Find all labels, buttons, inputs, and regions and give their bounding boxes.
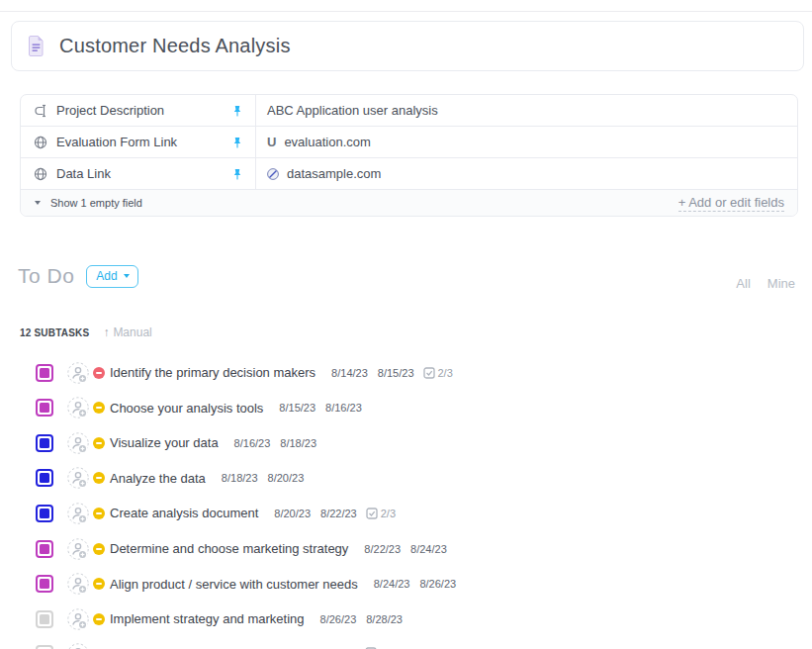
status-checkbox[interactable] [36,469,53,487]
due-date[interactable]: 8/15/23 [378,367,414,379]
field-row-evaluation-form-link: Evaluation Form Link U evaluation.com [21,127,797,158]
add-task-button[interactable]: Add [86,265,137,288]
due-date[interactable]: 8/28/23 [366,613,403,625]
assignee-avatar-placeholder[interactable] [67,538,89,560]
subtask-title[interactable]: Visualize your data [110,435,219,450]
due-date[interactable]: 8/20/23 [268,472,305,484]
sort-control[interactable]: ↑ Manual [103,325,151,339]
globe-favicon [267,168,279,180]
start-date[interactable]: 8/15/23 [279,402,316,414]
pin-icon[interactable] [232,137,242,148]
field-label: Project Description [56,103,232,118]
checklist-badge[interactable]: 2/3 [423,367,453,379]
checklist-icon [366,508,378,519]
pin-icon[interactable] [232,105,242,117]
custom-fields-table: Project Description ABC Application user… [20,94,798,217]
chevron-down-icon [35,201,41,205]
assignee-avatar-placeholder[interactable] [67,503,89,524]
chevron-down-icon [124,274,130,278]
subtask-row[interactable]: Align product / service with customer ne… [36,566,812,602]
status-checkbox[interactable] [36,434,53,452]
status-checkbox[interactable] [36,399,53,417]
subtask-row[interactable]: Identify the primary decision makers 8/1… [36,355,812,391]
priority-flag-icon[interactable] [93,508,105,519]
status-group-title: To Do [18,264,74,288]
arrow-up-icon: ↑ [103,325,109,339]
due-date[interactable]: 8/24/23 [410,543,447,555]
checklist-badge[interactable]: 2/3 [366,508,396,519]
start-date[interactable]: 8/22/23 [364,543,401,555]
priority-flag-icon[interactable] [93,543,105,555]
field-value[interactable]: ABC Application user analysis [256,95,797,126]
status-checkbox[interactable] [36,540,53,558]
due-date[interactable]: 8/18/23 [280,437,316,449]
priority-flag-icon[interactable] [93,402,105,414]
field-value[interactable]: evaluation.com [284,135,370,149]
priority-flag-icon[interactable] [93,613,105,625]
field-label-cell[interactable]: Project Description [21,95,256,126]
priority-flag-icon[interactable] [93,578,105,590]
subtask-list: Identify the primary decision makers 8/1… [36,355,812,649]
start-date[interactable]: 8/16/23 [234,437,271,449]
subtask-title[interactable]: Align product / service with customer ne… [110,577,358,592]
subtask-title[interactable]: Identify the primary decision makers [110,365,316,380]
subtask-row[interactable]: Implement strategy and marketing 8/26/23… [36,602,812,637]
due-date[interactable]: 8/22/23 [320,508,357,519]
status-checkbox[interactable] [36,645,53,649]
subtask-row[interactable]: Choose your analysis tools 8/15/23 8/16/… [36,391,812,426]
pin-icon[interactable] [232,168,242,180]
assignee-avatar-placeholder[interactable] [67,432,89,454]
priority-flag-icon[interactable] [93,472,105,484]
field-value-link[interactable]: U evaluation.com [256,127,797,157]
start-date[interactable]: 8/20/23 [274,508,311,519]
assignee-avatar-placeholder[interactable] [67,362,89,384]
subtask-title[interactable]: Determine and choose marketing strategy [110,541,348,556]
status-checkbox[interactable] [36,610,53,628]
add-button-label: Add [96,269,117,283]
field-label: Evaluation Form Link [56,135,232,149]
start-date[interactable]: 8/26/23 [320,613,357,625]
subtask-row[interactable]: Visualize your data 8/16/23 8/18/23 [36,425,812,461]
filter-all[interactable]: All [736,276,750,291]
field-value-link[interactable]: datasample.com [256,158,797,189]
subtask-row[interactable]: Create analysis document 8/20/23 8/22/23… [36,496,812,531]
priority-flag-icon[interactable] [93,367,105,379]
subtask-title[interactable]: Create analysis document [110,506,258,520]
u-favicon: U [267,135,276,149]
due-date[interactable]: 8/16/23 [325,402,362,414]
field-value[interactable]: datasample.com [287,166,381,181]
status-checkbox[interactable] [36,575,53,593]
start-date[interactable]: 8/24/23 [374,578,410,590]
show-empty-label: Show 1 empty field [50,197,142,209]
assignee-avatar-placeholder[interactable] [67,643,89,649]
assignee-avatar-placeholder[interactable] [67,608,89,630]
subtask-row[interactable]: Determine and choose marketing strategy … [36,531,812,567]
start-date[interactable]: 8/18/23 [222,472,258,484]
assignee-avatar-placeholder[interactable] [67,397,89,418]
start-date[interactable]: 8/14/23 [331,367,368,379]
assignee-avatar-placeholder[interactable] [67,467,89,489]
fields-footer: Show 1 empty field + Add or edit fields [21,190,797,216]
checklist-count: 2/3 [438,367,453,379]
text-field-icon [34,104,47,118]
show-empty-fields-toggle[interactable]: Show 1 empty field [35,197,142,209]
subtasks-count: 12 SUBTASKS [20,327,89,338]
add-or-edit-fields-link[interactable]: + Add or edit fields [678,195,784,212]
field-label-cell[interactable]: Evaluation Form Link [21,127,256,157]
field-label-cell[interactable]: Data Link [21,158,256,189]
task-title-card[interactable]: Customer Needs Analysis [11,21,804,71]
page-title[interactable]: Customer Needs Analysis [59,35,291,57]
subtask-title[interactable]: Analyze the data [110,471,206,486]
subtask-title[interactable]: Implement strategy and marketing [110,611,305,626]
assignee-avatar-placeholder[interactable] [67,573,89,595]
subtasks-header: 12 SUBTASKS ↑ Manual [20,325,152,339]
subtask-row[interactable] [36,636,812,649]
status-checkbox[interactable] [36,505,53,522]
todo-header: To Do Add [18,264,138,288]
priority-flag-icon[interactable] [93,437,105,449]
subtask-row[interactable]: Analyze the data 8/18/23 8/20/23 [36,461,812,497]
status-checkbox[interactable] [36,364,53,382]
subtask-title[interactable]: Choose your analysis tools [110,401,263,416]
due-date[interactable]: 8/26/23 [419,578,456,590]
filter-mine[interactable]: Mine [767,276,795,291]
